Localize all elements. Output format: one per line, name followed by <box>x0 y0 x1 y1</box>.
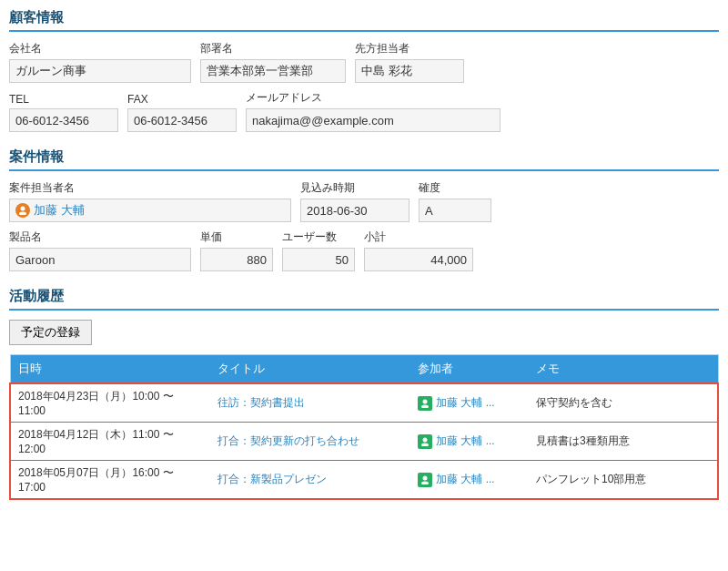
participant-icon <box>418 473 432 487</box>
unit-price-field: 単価 <box>200 229 273 271</box>
fax-input[interactable] <box>127 108 237 132</box>
contact-label: 先方担当者 <box>355 41 464 56</box>
participant-person-icon <box>420 399 430 408</box>
activity-row: 2018年04月23日（月）10:00 〜 11:00往訪：契約書提出 加藤 大… <box>10 383 718 423</box>
assignee-field: 案件担当者名 加藤 大輔 <box>9 180 291 222</box>
assignee-label: 案件担当者名 <box>9 180 291 196</box>
accuracy-label: 確度 <box>419 180 491 196</box>
header-memo: メモ <box>529 355 718 384</box>
estimate-label: 見込み時期 <box>300 180 410 196</box>
register-button[interactable]: 予定の登録 <box>9 320 92 345</box>
activity-title[interactable]: 打合：新製品プレゼン <box>210 461 410 500</box>
header-participant: 参加者 <box>410 355 529 384</box>
activity-section-title: 活動履歴 <box>9 288 719 311</box>
header-date: 日時 <box>10 355 210 384</box>
users-label: ユーザー数 <box>282 229 355 245</box>
dept-label: 部署名 <box>200 41 346 56</box>
activity-title[interactable]: 打合：契約更新の打ち合わせ <box>210 423 410 461</box>
person-icon-svg <box>18 206 27 215</box>
activity-title-link[interactable]: 往訪：契約書提出 <box>217 396 305 409</box>
company-input[interactable] <box>9 59 191 83</box>
participant-icon <box>418 396 432 411</box>
svg-point-6 <box>423 475 428 480</box>
email-label: メールアドレス <box>246 90 500 106</box>
activity-memo: 見積書は3種類用意 <box>529 423 718 461</box>
svg-point-3 <box>421 404 429 408</box>
participant-person-icon <box>420 437 430 446</box>
email-field: メールアドレス <box>246 90 500 132</box>
activity-table-body: 2018年04月23日（月）10:00 〜 11:00往訪：契約書提出 加藤 大… <box>10 383 718 499</box>
activity-date: 2018年05月07日（月）16:00 〜 17:00 <box>10 461 210 500</box>
customer-section: 顧客情報 会社名 部署名 先方担当者 TEL FAX メールアドレス <box>9 9 719 132</box>
activity-row: 2018年04月12日（木）11:00 〜 12:00打合：契約更新の打ち合わせ… <box>10 423 718 461</box>
activity-memo: パンフレット10部用意 <box>529 461 718 500</box>
customer-row1: 会社名 部署名 先方担当者 <box>9 41 719 83</box>
activity-title-link[interactable]: 打合：契約更新の打ち合わせ <box>217 434 359 447</box>
users-field: ユーザー数 <box>282 229 355 271</box>
fax-label: FAX <box>127 93 237 106</box>
email-input[interactable] <box>246 108 500 132</box>
estimate-input[interactable] <box>300 199 410 222</box>
assignee-display: 加藤 大輔 <box>9 199 291 222</box>
participant-name-link[interactable]: 加藤 大輔 ... <box>436 395 495 411</box>
activity-title[interactable]: 往訪：契約書提出 <box>210 383 410 423</box>
subtotal-label: 小計 <box>364 229 473 245</box>
tel-field: TEL <box>9 93 118 132</box>
svg-point-5 <box>421 443 429 446</box>
product-label: 製品名 <box>9 229 191 245</box>
case-section: 案件情報 案件担当者名 加藤 大輔 見込み時期 確度 製品名 単価 <box>9 148 719 271</box>
activity-title-link[interactable]: 打合：新製品プレゼン <box>217 473 327 485</box>
activity-date: 2018年04月12日（木）11:00 〜 12:00 <box>10 423 210 461</box>
activity-table-header-row: 日時 タイトル 参加者 メモ <box>10 355 718 384</box>
company-field: 会社名 <box>9 41 191 83</box>
activity-participant: 加藤 大輔 ... <box>410 383 529 423</box>
activity-date: 2018年04月23日（月）10:00 〜 11:00 <box>10 383 210 423</box>
activity-participant: 加藤 大輔 ... <box>410 423 529 461</box>
participant-icon <box>418 434 432 449</box>
subtotal-field: 小計 <box>364 229 473 271</box>
participant-person-icon <box>420 475 430 484</box>
header-title: タイトル <box>210 355 410 384</box>
estimate-field: 見込み時期 <box>300 180 410 222</box>
activity-section: 活動履歴 予定の登録 日時 タイトル 参加者 メモ 2018年04月23日（月）… <box>9 288 719 500</box>
activity-table: 日時 タイトル 参加者 メモ 2018年04月23日（月）10:00 〜 11:… <box>9 354 719 500</box>
tel-input[interactable] <box>9 108 118 132</box>
svg-point-4 <box>423 437 428 442</box>
tel-label: TEL <box>9 93 118 106</box>
participant-name-link[interactable]: 加藤 大輔 ... <box>436 472 495 487</box>
accuracy-input[interactable] <box>419 199 491 222</box>
unit-price-input[interactable] <box>200 248 273 271</box>
activity-participant: 加藤 大輔 ... <box>410 461 529 500</box>
users-input[interactable] <box>282 248 355 271</box>
product-field: 製品名 <box>9 229 191 271</box>
dept-field: 部署名 <box>200 41 346 83</box>
contact-input[interactable] <box>355 59 464 83</box>
svg-point-7 <box>421 481 429 484</box>
product-input[interactable] <box>9 248 191 271</box>
assignee-person-icon <box>15 203 30 218</box>
participant-cell: 加藤 大輔 ... <box>418 433 521 449</box>
unit-price-label: 単価 <box>200 229 273 245</box>
case-row2: 製品名 単価 ユーザー数 小計 <box>9 229 719 271</box>
activity-memo: 保守契約を含む <box>529 383 718 423</box>
svg-point-0 <box>21 207 25 211</box>
fax-field: FAX <box>127 93 237 132</box>
case-row1: 案件担当者名 加藤 大輔 見込み時期 確度 <box>9 180 719 222</box>
assignee-name-text: 加藤 大輔 <box>34 202 85 219</box>
accuracy-field: 確度 <box>419 180 491 222</box>
customer-row2: TEL FAX メールアドレス <box>9 90 719 132</box>
subtotal-input[interactable] <box>364 248 473 271</box>
activity-table-head: 日時 タイトル 参加者 メモ <box>10 355 718 384</box>
svg-point-1 <box>19 212 26 216</box>
contact-field: 先方担当者 <box>355 41 464 83</box>
participant-cell: 加藤 大輔 ... <box>418 395 521 411</box>
customer-section-title: 顧客情報 <box>9 9 719 32</box>
participant-name-link[interactable]: 加藤 大輔 ... <box>436 433 495 449</box>
participant-cell: 加藤 大輔 ... <box>418 472 521 487</box>
dept-input[interactable] <box>200 59 346 83</box>
activity-row: 2018年05月07日（月）16:00 〜 17:00打合：新製品プレゼン 加藤… <box>10 461 718 500</box>
svg-point-2 <box>423 399 428 403</box>
case-section-title: 案件情報 <box>9 148 719 171</box>
company-label: 会社名 <box>9 41 191 56</box>
